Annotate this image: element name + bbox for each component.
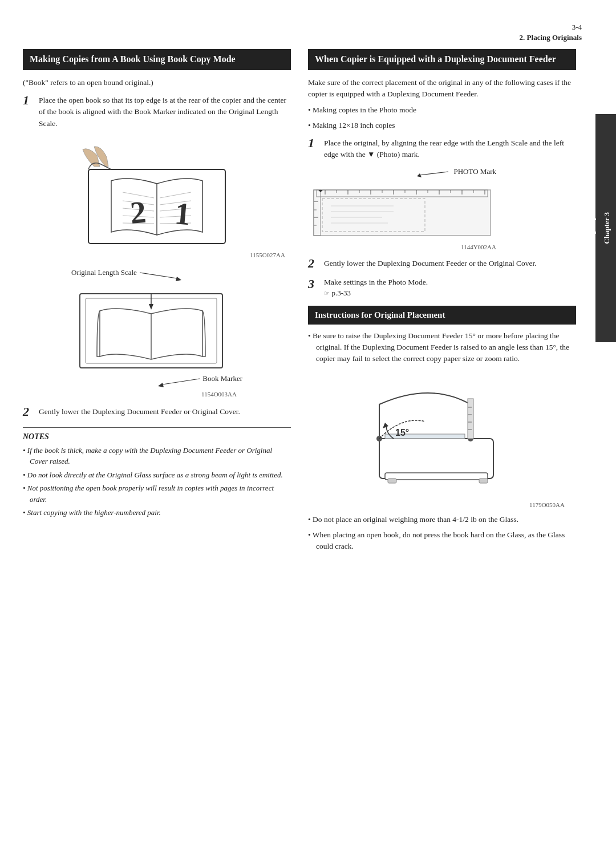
left-step2-number: 2: [23, 404, 34, 419]
page-header: 3-4: [0, 17, 616, 32]
right-step1: 1 Place the original, by aligning the re…: [308, 136, 576, 161]
note-item-3: • Not positioning the open book properly…: [23, 483, 291, 505]
right-step1-text: Place the original, by aligning the rear…: [324, 136, 576, 161]
svg-rect-65: [388, 479, 396, 483]
left-step1-number: 1: [23, 93, 34, 129]
main-content: Making Copies from A Book Using Book Cop…: [0, 49, 616, 556]
svg-rect-58: [468, 399, 473, 439]
right-caption1: 1144Y002AA: [308, 244, 502, 250]
section-header-bar: 2. Placing Originals: [0, 33, 616, 42]
svg-marker-22: [158, 383, 164, 387]
left-step1: 1 Place the open book so that its top ed…: [23, 93, 291, 129]
left-section-title: Making Copies from A Book Using Book Cop…: [23, 49, 291, 70]
svg-rect-66: [479, 479, 488, 483]
page-number: 3-4: [572, 23, 582, 32]
right-step3-content: Make settings in the Photo Mode. ☞ p.3-3…: [324, 277, 428, 297]
right-step3-ref: p.3-33: [332, 289, 351, 297]
svg-text:1: 1: [173, 196, 192, 232]
chapter-label: Chapter 3: [602, 212, 611, 244]
book-top-svg: 2 1: [77, 135, 237, 249]
original-length-scale-label: Original Length Scale: [71, 264, 242, 281]
right-column: When Copier is Equipped with a Duplexing…: [308, 49, 576, 556]
notes-title: NOTES: [23, 432, 291, 441]
right-label-arrow: [157, 370, 202, 387]
svg-line-23: [420, 172, 448, 175]
right-step3-text: Make settings in the Photo Mode.: [324, 276, 428, 286]
right-section-title: When Copier is Equipped with a Duplexing…: [308, 49, 576, 70]
svg-text:15°: 15°: [395, 428, 409, 437]
book-bottom-svg: [71, 282, 231, 374]
photo-mark-illustration: PHOTO Mark: [308, 166, 502, 250]
notes-section: NOTES • If the book is thick, make a cop…: [23, 427, 291, 518]
caption2: 1154O003AA: [71, 391, 242, 398]
left-intro-text: ("Book" refers to an open bound original…: [23, 77, 291, 88]
left-label-arrow: [137, 264, 183, 281]
final-bullet-1: • Do not place an original weighing more…: [308, 514, 576, 525]
right-step2: 2 Gently lower the Duplexing Document Fe…: [308, 256, 576, 271]
book-diagram-with-labels: Original Length Scale: [71, 264, 242, 398]
note-item-1: • If the book is thick, make a copy with…: [23, 445, 291, 467]
section-header-text: 2. Placing Originals: [520, 33, 582, 42]
making-copies-label: Making Copies: [587, 208, 597, 254]
svg-text:2: 2: [129, 194, 148, 230]
right-step2-number: 2: [308, 256, 319, 271]
instructions-bullet-1: • Be sure to raise the Duplexing Documen…: [308, 330, 576, 365]
photo-mark-svg: [308, 179, 502, 241]
right-step3: 3 Make settings in the Photo Mode. ☞ p.3…: [308, 277, 576, 297]
final-bullet-2: • When placing an open book, do not pres…: [308, 529, 576, 553]
instructions-title: Instructions for Original Placement: [308, 306, 576, 325]
right-step3-number: 3: [308, 277, 319, 297]
right-step2-text: Gently lower the Duplexing Document Feed…: [324, 256, 537, 271]
page-container: 3-4 2. Placing Originals Chapter 3 Makin…: [0, 0, 616, 847]
svg-rect-54: [385, 473, 488, 480]
note-item-2: • Do not look directly at the Original G…: [23, 469, 291, 481]
copier-angle-svg: 15°: [356, 370, 528, 496]
copier-angle-illustration: 15° 1179O050AA: [308, 370, 576, 508]
svg-line-21: [163, 379, 200, 384]
svg-line-14: [140, 273, 177, 278]
svg-marker-20: [149, 304, 153, 310]
photo-mark-arrow: [417, 166, 451, 177]
svg-marker-15: [176, 277, 181, 281]
left-step2: 2 Gently lower the Duplexing Document Fe…: [23, 404, 291, 419]
left-step1-text: Place the open book so that its top edge…: [39, 93, 291, 129]
right-caption2: 1179O050AA: [308, 501, 576, 508]
right-bullet-photo: • Making copies in the Photo mode: [308, 104, 576, 116]
copier-svg-container: 15°: [356, 370, 528, 496]
svg-marker-24: [417, 173, 422, 177]
photo-mark-label-row: PHOTO Mark: [308, 166, 502, 177]
right-bullet-12x18: • Making 12×18 inch copies: [308, 120, 576, 131]
note-item-4: • Start copying with the higher-numbered…: [23, 507, 291, 518]
chapter-tab: Chapter 3 Making Copies: [595, 114, 616, 342]
left-step2-text: Gently lower the Duplexing Document Feed…: [39, 404, 240, 419]
right-intro-text: Make sure of the correct placement of th…: [308, 77, 576, 100]
left-column: Making Copies from A Book Using Book Cop…: [23, 49, 291, 556]
right-step1-number: 1: [308, 136, 319, 161]
book-top-illustration: 2 1 1155O027AA: [23, 135, 291, 258]
caption1: 1155O027AA: [23, 252, 291, 258]
